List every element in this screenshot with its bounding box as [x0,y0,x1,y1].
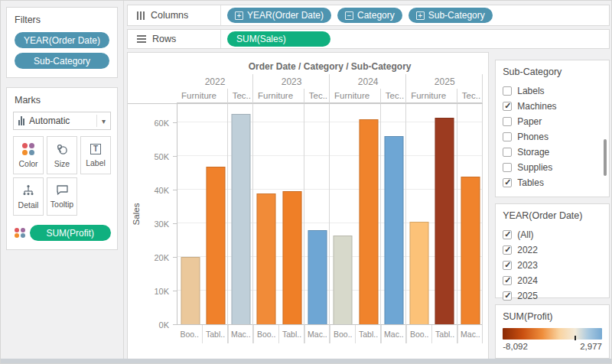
bar-Mac[interactable] [384,136,403,324]
color-button-label: Color [18,159,37,168]
subcategory-item[interactable]: Paper [503,114,602,129]
pane-separator [227,89,228,343]
y-axis: Sales 0K10K20K30K40K50K60K [128,59,177,343]
checkbox-checked[interactable] [503,245,512,255]
bar-Boo[interactable] [410,222,429,324]
profit-legend-labels: -8,092 2,977 [503,342,602,351]
checkbox-unchecked[interactable] [503,117,512,126]
category-header: Tec.. [304,89,330,102]
checkbox-label: Paper [517,116,542,127]
header-divider [128,103,483,104]
year-filter-title: YEAR(Order Date) [503,210,602,221]
subcategory-filter-title: Sub-Category [503,67,602,77]
category-header: Tec.. [457,89,483,102]
checkbox-checked[interactable] [503,230,512,239]
checkbox-label: 2023 [517,260,538,271]
rows-shelf-pill[interactable]: SUM(Sales) [227,31,330,47]
year-item[interactable]: 2024 [503,273,602,288]
checkbox-label: Tables [517,177,544,188]
checkbox-checked[interactable] [503,178,512,187]
filters-pill-list: YEAR(Order Date)Sub-Category [15,32,109,69]
chevron-down-icon[interactable]: ▾ [96,115,106,127]
bar-Boo[interactable] [257,193,276,324]
profit-legend-card: SUM(Profit) -8,092 2,977 [495,304,610,359]
rows-icon [137,35,146,43]
tooltip-button[interactable]: Tooltip [47,177,77,216]
filter-pill[interactable]: YEAR(Order Date) [15,32,109,48]
mark-type-label: Automatic [29,115,96,126]
year-item[interactable]: 2023 [503,258,602,273]
checkbox-checked[interactable] [503,291,512,301]
checkbox-unchecked[interactable] [503,86,512,96]
checkbox-unchecked[interactable] [503,163,512,172]
plot-area [177,103,483,325]
scrollbar-thumb[interactable] [604,139,607,176]
x-axis-labels-row: Boo..Tabl..Mac..Boo..Tabl..Mac..Boo..Tab… [177,325,483,343]
bar-Tabl[interactable] [359,119,378,324]
y-tick-label: 0K [128,320,169,330]
label-button[interactable]: T Label [80,136,111,174]
checkbox-checked[interactable] [503,276,512,285]
year-item[interactable]: (All) [503,227,602,242]
expand-plus-icon[interactable]: + [235,11,243,20]
subcategory-filter-card: Sub-Category LabelsMachinesPaperPhonesSt… [495,60,610,197]
y-tick-label: 40K [128,186,169,195]
bar-Tabl[interactable] [282,191,301,324]
year-header-row: 2022202320242025 [177,74,483,89]
bar-Boo[interactable] [181,257,200,324]
rows-pill-list: SUM(Sales) [221,31,330,47]
subcategory-item[interactable]: Phones [503,129,602,145]
checkbox-label: 2022 [517,245,538,255]
bar-Mac[interactable] [461,177,480,324]
subcategory-item[interactable]: Machines [503,99,602,114]
bar-Tabl[interactable] [435,118,454,324]
mark-type-dropdown[interactable]: Automatic ▾ [13,112,111,130]
filters-panel-title: Filters [15,15,109,25]
checkbox-unchecked[interactable] [503,148,512,157]
tooltip-button-label: Tooltip [50,200,73,209]
expand-plus-icon[interactable]: + [416,11,425,20]
filter-pill[interactable]: Sub-Category [15,53,109,69]
x-axis-label: Tabl.. [355,325,380,343]
year-header: 2024 [330,74,406,89]
chart-grid: Order Date / Category / Sub-Category 202… [177,59,483,343]
subcategory-item[interactable]: Supplies [503,160,602,175]
chart-card: Sales 0K10K20K30K40K50K60K Order Date / … [127,52,489,359]
marks-panel-title: Marks [13,95,111,106]
columns-shelf-pill[interactable]: +Sub-Category [409,8,493,23]
bar-Mac[interactable] [232,114,251,324]
size-icon [56,143,68,155]
columns-shelf[interactable]: Columns +YEAR(Order Date)−Category+Sub-C… [127,5,610,26]
profit-max-label: 2,977 [580,342,602,351]
color-button[interactable]: Color [13,136,44,174]
collapse-minus-icon[interactable]: − [345,11,353,20]
bar-Boo[interactable] [334,236,353,324]
x-axis-label: Tabl.. [278,325,304,343]
checkbox-label: Machines [517,101,556,112]
detail-button[interactable]: Detail [13,177,44,216]
checkbox-checked[interactable] [503,102,512,111]
checkbox-checked[interactable] [503,261,512,270]
columns-shelf-pill[interactable]: −Category [337,8,402,23]
bar-Mac[interactable] [308,230,327,324]
year-item[interactable]: 2022 [503,242,602,258]
filters-panel: Filters YEAR(Order Date)Sub-Category [6,7,118,78]
size-button[interactable]: Size [47,136,77,174]
checkbox-label: Supplies [517,162,552,173]
profit-legend-title: SUM(Profit) [503,311,602,322]
columns-shelf-pill[interactable]: +YEAR(Order Date) [227,8,331,23]
content-row: Sales 0K10K20K30K40K50K60K Order Date / … [127,52,610,359]
bar-Tabl[interactable] [206,167,225,325]
marks-encoding-row: SUM(Profit) [13,225,111,241]
sum-profit-pill[interactable]: SUM(Profit) [30,225,112,241]
year-item[interactable]: 2025 [503,288,602,304]
subcategory-item[interactable]: Tables [503,175,602,190]
rows-shelf-head: Rows [128,30,221,48]
subcategory-item[interactable]: Storage [503,145,602,160]
checkbox-unchecked[interactable] [503,132,512,141]
label-button-label: Label [86,158,106,167]
color-dots-icon [22,143,34,155]
rows-shelf[interactable]: Rows SUM(Sales) [127,29,610,49]
x-axis-label: Tabl.. [202,325,227,343]
subcategory-item[interactable]: Labels [503,83,602,99]
